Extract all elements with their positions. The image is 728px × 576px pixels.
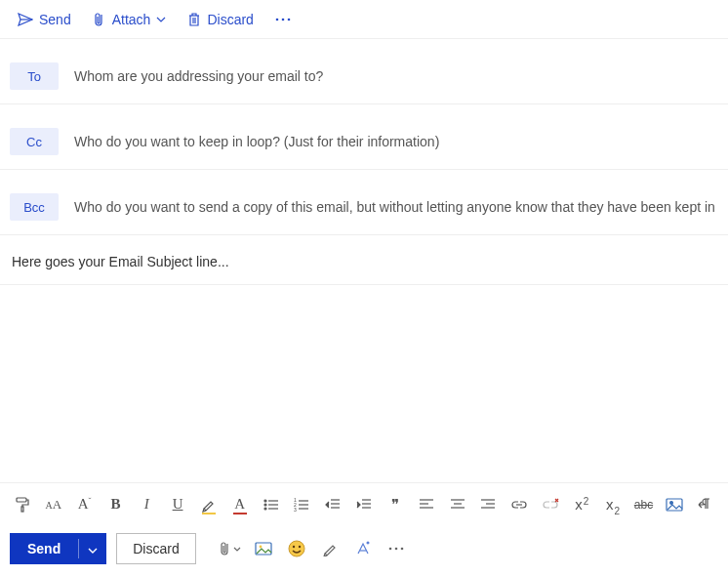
unlink-icon: [542, 498, 559, 512]
to-input[interactable]: [72, 67, 718, 85]
underline-label: U: [173, 496, 183, 513]
bcc-input[interactable]: [72, 198, 718, 216]
email-body[interactable]: [0, 285, 728, 482]
subject-row: [0, 239, 728, 285]
emoji-icon: [288, 540, 305, 557]
align-center-button[interactable]: [443, 490, 472, 519]
send-options-button[interactable]: [79, 533, 106, 564]
bullet-list-icon: [263, 498, 279, 512]
align-center-icon: [450, 498, 465, 512]
insert-picture-button[interactable]: [251, 536, 276, 561]
strikethrough-button[interactable]: abc: [629, 490, 659, 519]
to-pill[interactable]: To: [10, 62, 59, 90]
toolbar-more-button[interactable]: [267, 14, 299, 25]
svg-point-10: [264, 504, 266, 506]
highlight-swatch: [202, 513, 216, 514]
cc-input[interactable]: [72, 133, 718, 150]
ellipsis-icon: [388, 547, 404, 551]
insert-signature-button[interactable]: [317, 536, 343, 561]
svg-rect-6: [17, 498, 26, 502]
link-icon: [510, 499, 528, 511]
bullet-list-button[interactable]: [257, 490, 286, 519]
indent-icon: [356, 498, 372, 512]
toolbar-attach-button[interactable]: Attach: [85, 8, 175, 31]
svg-text:3: 3: [294, 507, 297, 512]
more-actions-button[interactable]: [384, 536, 409, 561]
insert-link-button[interactable]: [505, 490, 534, 519]
svg-point-43: [293, 546, 295, 548]
chevron-down-icon: [88, 541, 98, 556]
subject-input[interactable]: [10, 253, 718, 270]
superscript-label: x2: [575, 496, 587, 513]
align-left-icon: [419, 498, 434, 512]
svg-point-3: [276, 18, 279, 21]
svg-point-42: [289, 541, 304, 556]
send-bar: Send Discard: [0, 525, 728, 576]
compose-toolbar: Send Attach Discard: [0, 0, 728, 39]
insert-image-button[interactable]: [660, 490, 689, 519]
svg-point-39: [670, 501, 673, 504]
quote-button[interactable]: ❞: [381, 490, 410, 519]
picture-icon: [255, 542, 272, 555]
bcc-row: Bcc: [0, 180, 728, 235]
format-painter-button[interactable]: [8, 490, 37, 519]
cc-row: Cc: [0, 114, 728, 170]
svg-rect-7: [21, 507, 23, 512]
font-size-button[interactable]: A˘: [70, 490, 100, 519]
outdent-icon: [325, 498, 341, 512]
pen-icon: [322, 541, 338, 556]
italic-label: I: [144, 496, 149, 513]
cc-label: Cc: [26, 135, 42, 149]
send-button[interactable]: Send: [10, 533, 78, 564]
superscript-button[interactable]: x2: [567, 490, 596, 519]
toolbar-discard-label: Discard: [207, 12, 253, 27]
pilcrow-rtl-icon: [697, 497, 714, 513]
toolbar-send-label: Send: [39, 12, 71, 27]
font-color-button[interactable]: A: [225, 490, 255, 519]
svg-point-12: [264, 508, 266, 510]
decrease-indent-button[interactable]: [318, 490, 347, 519]
svg-point-47: [394, 548, 397, 551]
show-formatting-button[interactable]: [350, 536, 376, 561]
to-row: To: [0, 49, 728, 104]
send-split-button: Send: [10, 533, 106, 564]
trash-icon: [187, 12, 201, 27]
numbered-list-icon: 1 2 3: [294, 498, 309, 512]
to-label: To: [27, 69, 41, 84]
highlighter-icon: [201, 497, 217, 513]
font-size-label: A˘: [78, 496, 92, 513]
increase-indent-button[interactable]: [349, 490, 379, 519]
discard-button-label: Discard: [133, 541, 179, 556]
align-left-button[interactable]: [412, 490, 441, 519]
svg-point-46: [388, 548, 391, 551]
insert-emoji-button[interactable]: [284, 536, 309, 561]
send-icon: [18, 13, 33, 26]
align-right-button[interactable]: [473, 490, 503, 519]
toolbar-discard-button[interactable]: Discard: [180, 8, 261, 31]
remove-link-button[interactable]: [536, 490, 565, 519]
chevron-down-icon: [156, 17, 166, 22]
font-color-label: A: [234, 496, 245, 513]
attach-icon: [93, 12, 106, 27]
toolbar-send-button[interactable]: Send: [10, 8, 79, 31]
highlight-color-button[interactable]: [194, 490, 223, 519]
text-direction-button[interactable]: [691, 490, 720, 519]
numbered-list-button[interactable]: 1 2 3: [287, 490, 316, 519]
subscript-label: x2: [606, 496, 619, 513]
italic-button[interactable]: I: [132, 490, 161, 519]
underline-button[interactable]: U: [163, 490, 192, 519]
bottom-quick-actions: [218, 536, 409, 561]
subscript-button[interactable]: x2: [598, 490, 627, 519]
font-family-label: AA: [45, 497, 61, 513]
send-button-label: Send: [27, 541, 61, 556]
paint-roller-icon: [14, 496, 31, 514]
bcc-pill[interactable]: Bcc: [10, 193, 59, 221]
discard-button[interactable]: Discard: [116, 533, 195, 564]
image-icon: [666, 498, 683, 512]
cc-pill[interactable]: Cc: [10, 128, 59, 155]
svg-point-44: [299, 546, 301, 548]
attach-file-button[interactable]: [218, 536, 243, 561]
bold-button[interactable]: B: [101, 490, 130, 519]
font-family-button[interactable]: AA: [39, 490, 68, 519]
format-toolbar: AA A˘ B I U A: [0, 482, 728, 525]
